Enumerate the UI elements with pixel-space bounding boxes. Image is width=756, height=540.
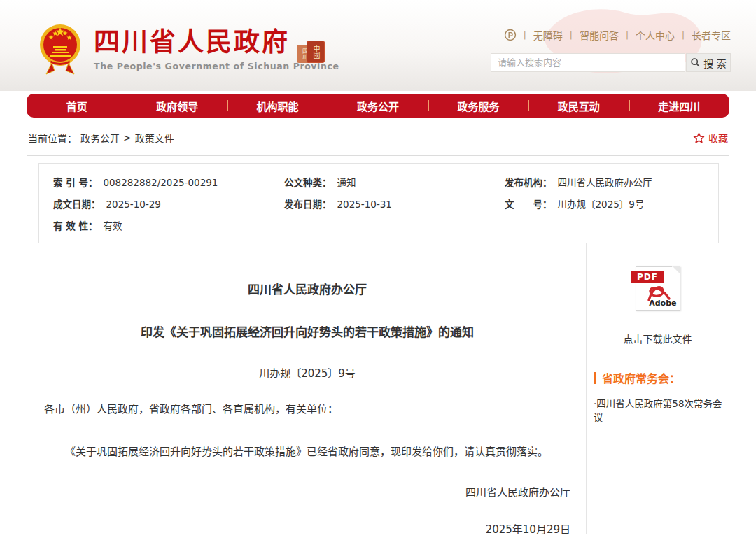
document-area: 四川省人民政府办公厅 印发《关于巩固拓展经济回升向好势头的若干政策措施》的通知 … <box>27 243 729 534</box>
nav-item-public-interaction[interactable]: 政民互动 <box>528 94 629 118</box>
meta-doc-type-value: 通知 <box>337 177 356 188</box>
document-body-paragraph: 《关于巩固拓展经济回升向好势头的若干政策措施》已经省政府同意，现印发给你们，请认… <box>44 443 570 460</box>
breadcrumb-link-policy-documents[interactable]: 政策文件 <box>135 131 174 145</box>
top-link-separator: | <box>682 30 685 40</box>
search-bar: 搜 索 <box>491 53 731 72</box>
nav-item-gov-services[interactable]: 政务服务 <box>428 94 528 118</box>
breadcrumb-row: 当前位置： 政务公开 > 政策文件 收藏 <box>28 127 728 148</box>
pdf-file-icon: PDF Adobe <box>636 266 680 311</box>
top-link-senior-zone[interactable]: 长者专区 <box>692 28 731 42</box>
breadcrumb-separator: > <box>123 132 132 143</box>
meta-issuing-org: 发布机构：四川省人民政府办公厅 <box>505 175 704 189</box>
document-signature: 四川省人民政府办公厅 <box>44 484 570 499</box>
search-icon <box>690 57 701 68</box>
top-link-separator: | <box>524 30 526 40</box>
site-logo-link[interactable]: 四川省人民政府 The People's Government of Sichu… <box>38 20 340 77</box>
meta-publish-date-value: 2025-10-31 <box>337 199 392 210</box>
breadcrumb-prefix: 当前位置： <box>28 131 77 145</box>
meta-doc-type: 公文种类：通知 <box>284 175 505 189</box>
section-title: 省政府常务会： <box>602 369 680 386</box>
meta-issuing-org-label: 发布机构： <box>505 177 552 188</box>
meta-validity-label: 有 效 性： <box>53 220 97 232</box>
meta-doc-number-value: 川办规〔2025〕9号 <box>558 199 645 210</box>
top-link-smart-qa[interactable]: 智能问答 <box>580 28 619 42</box>
top-link-separator: | <box>626 30 629 40</box>
search-input[interactable] <box>491 53 685 72</box>
section-accent-bar <box>594 372 596 384</box>
top-link-separator: | <box>570 30 573 40</box>
meta-doc-number: 文 号：川办规〔2025〕9号 <box>505 197 704 211</box>
executive-meeting-link[interactable]: ·四川省人民政府第58次常务会议 <box>594 396 729 424</box>
document-number: 川办规〔2025〕9号 <box>44 365 570 380</box>
meta-validity: 有 效 性：有效 <box>53 218 284 232</box>
document-sidebar: PDF Adobe 点击下载此文件 省政府常务会： ·四川省人民政府第58次常务… <box>586 243 729 534</box>
search-button-label: 搜 索 <box>704 56 726 70</box>
meta-index-label: 索 引 号： <box>53 177 97 188</box>
nav-item-home[interactable]: 首页 <box>27 94 127 118</box>
meta-written-date: 成文日期：2025-10-29 <box>53 197 284 211</box>
download-file-link[interactable]: 点击下载此文件 <box>587 332 729 346</box>
site-header: 四川省人民政府 The People's Government of Sichu… <box>0 0 756 91</box>
adobe-brand-label: Adobe <box>649 299 676 308</box>
meta-publish-date: 发布日期：2025-10-31 <box>284 197 505 211</box>
main-nav: 首页 政府领导 机构职能 政务公开 政务服务 政民互动 走进四川 <box>27 94 729 118</box>
national-emblem-icon <box>38 20 83 77</box>
pdf-download-icon-link[interactable]: PDF Adobe <box>636 266 680 311</box>
search-button[interactable]: 搜 索 <box>686 53 731 72</box>
top-link-personal-center[interactable]: 个人中心 <box>636 28 675 42</box>
breadcrumb-link-gov-disclosure[interactable]: 政务公开 <box>80 131 120 145</box>
meta-issuing-org-value: 四川省人民政府办公厅 <box>558 177 652 188</box>
meta-index-value: 008282882/2025-00291 <box>103 177 218 188</box>
document-main: 四川省人民政府办公厅 印发《关于巩固拓展经济回升向好势头的若干政策措施》的通知 … <box>27 243 586 534</box>
top-utility-links: | 无障碍 | 智能问答 | 个人中心 | 长者专区 <box>504 28 731 42</box>
document-issuer-title: 四川省人民政府办公厅 <box>44 280 570 297</box>
meta-index: 索 引 号：008282882/2025-00291 <box>53 175 284 189</box>
page-fold-corner <box>672 266 680 274</box>
document-date: 2025年10月29日 <box>44 521 570 536</box>
nav-item-discover-sichuan[interactable]: 走进四川 <box>629 94 729 118</box>
favorite-button[interactable]: 收藏 <box>693 131 728 145</box>
meta-written-date-value: 2025-10-29 <box>106 199 161 210</box>
meta-doc-type-label: 公文种类： <box>284 177 332 188</box>
document-title: 印发《关于巩固拓展经济回升向好势头的若干政策措施》的通知 <box>44 322 570 340</box>
nav-item-gov-disclosure[interactable]: 政务公开 <box>328 94 428 118</box>
breadcrumb: 当前位置： 政务公开 > 政策文件 <box>28 131 174 145</box>
nav-item-org-functions[interactable]: 机构职能 <box>227 94 328 118</box>
accessibility-p-icon[interactable] <box>504 29 517 41</box>
meta-doc-number-label: 文 号： <box>505 199 552 210</box>
document-meta-table: 索 引 号：008282882/2025-00291 公文种类：通知 发布机构：… <box>38 163 719 243</box>
star-icon <box>693 132 705 144</box>
meta-validity-value: 有效 <box>103 220 122 232</box>
decorative-seal: 四川 中國 <box>297 41 329 77</box>
nav-item-gov-leaders[interactable]: 政府领导 <box>127 94 227 118</box>
executive-meeting-section: 省政府常务会： ·四川省人民政府第58次常务会议 <box>587 369 729 424</box>
content-box: 索 引 号：008282882/2025-00291 公文种类：通知 发布机构：… <box>27 155 729 540</box>
document-salutation: 各市（州）人民政府，省政府各部门、各直属机构，有关单位： <box>44 401 570 415</box>
meta-publish-date-label: 发布日期： <box>284 199 332 210</box>
page: 四川省人民政府 The People's Government of Sichu… <box>0 0 756 540</box>
meta-written-date-label: 成文日期： <box>53 199 101 210</box>
top-link-accessibility[interactable]: 无障碍 <box>533 28 563 42</box>
favorite-label: 收藏 <box>708 131 728 145</box>
seal-china: 中國 <box>307 41 325 63</box>
section-header: 省政府常务会： <box>594 369 729 386</box>
